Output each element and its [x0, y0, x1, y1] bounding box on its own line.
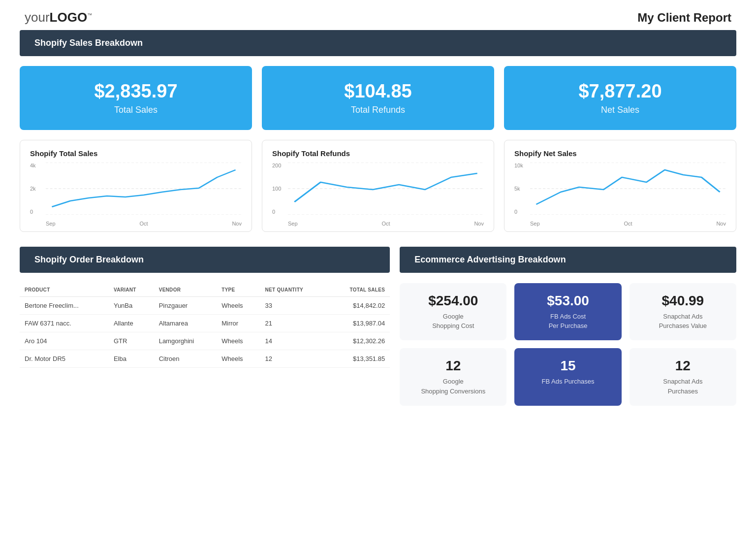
table-cell: Elba	[109, 350, 154, 368]
logo-bold: LOGO	[50, 10, 88, 25]
adv-value-3: 12	[405, 358, 502, 374]
adv-card-4: 15FB Ads Purchases	[514, 348, 621, 405]
total-refunds-label: Total Refunds	[351, 105, 405, 115]
chart-title-0: Shopify Total Sales	[30, 149, 242, 158]
adv-card-3: 12GoogleShopping Conversions	[400, 348, 506, 405]
chart-net-sales: Shopify Net Sales 10k 5k 0 Sep	[504, 140, 736, 232]
adv-value-5: 12	[634, 358, 731, 374]
table-cell: 33	[260, 297, 327, 315]
table-cell: Wheels	[217, 332, 260, 350]
adv-value-1: $53.00	[519, 293, 616, 309]
table-cell: 14	[260, 332, 327, 350]
report-title: My Client Report	[637, 11, 731, 25]
table-cell: Lamgorghini	[154, 332, 217, 350]
chart-area-1: 200 100 0 Sep Oct Nov	[272, 162, 484, 227]
chart-title-2: Shopify Net Sales	[514, 149, 726, 158]
table-cell: $14,842.02	[327, 297, 390, 315]
adv-cards-grid: $254.00GoogleShopping Cost$53.00FB Ads C…	[400, 283, 736, 406]
table-cell: 21	[260, 315, 327, 332]
col-header-vendor: Vendor	[154, 283, 217, 297]
adv-value-0: $254.00	[405, 293, 502, 309]
chart-y-labels-1: 200 100 0	[272, 162, 286, 215]
adv-section-header: Ecommerce Advertising Breakdown	[400, 247, 736, 273]
chart-x-labels-2: Sep Oct Nov	[530, 221, 726, 227]
table-cell: $12,302.26	[327, 332, 390, 350]
logo: yourLOGO™	[25, 10, 92, 25]
table-cell: YunBa	[109, 297, 154, 315]
adv-value-2: $40.99	[634, 293, 731, 309]
metric-cards-row: $2,835.97 Total Sales $104.85 Total Refu…	[20, 66, 736, 130]
adv-breakdown: $254.00GoogleShopping Cost$53.00FB Ads C…	[400, 281, 736, 406]
order-section-header: Shopify Order Breakdown	[20, 247, 390, 273]
shopify-section-header: Shopify Sales Breakdown	[20, 30, 736, 56]
chart-y-labels-2: 10k 5k 0	[514, 162, 528, 215]
table-cell: 12	[260, 350, 327, 368]
chart-svg-1	[288, 162, 484, 215]
chart-area-2: 10k 5k 0 Sep Oct Nov	[514, 162, 726, 227]
table-cell: Wheels	[217, 350, 260, 368]
table-cell: GTR	[109, 332, 154, 350]
adv-card-1: $53.00FB Ads CostPer Purchase	[514, 283, 621, 340]
logo-text: your	[25, 10, 50, 25]
adv-label-1: FB Ads CostPer Purchase	[549, 313, 588, 329]
adv-card-5: 12Snapchat AdsPurchases	[630, 348, 736, 405]
logo-tm: ™	[87, 12, 92, 18]
metric-card-total-refunds: $104.85 Total Refunds	[262, 66, 494, 130]
table-cell: FAW 6371 nacc.	[20, 315, 109, 332]
table-cell: Citroen	[154, 350, 217, 368]
col-header-qty: Net Quantity	[260, 283, 327, 297]
adv-label-2: Snapchat AdsPurchases Value	[659, 313, 707, 329]
chart-x-labels-1: Sep Oct Nov	[288, 221, 484, 227]
table-cell: Mirror	[217, 315, 260, 332]
total-sales-value: $2,835.97	[30, 81, 242, 102]
table-cell: Altamarea	[154, 315, 217, 332]
chart-y-labels-0: 4k 2k 0	[30, 162, 44, 215]
table-row: FAW 6371 nacc.AllanteAltamareaMirror21$1…	[20, 315, 390, 332]
col-header-type: Type	[217, 283, 260, 297]
chart-x-labels-0: Sep Oct Nov	[46, 221, 242, 227]
total-refunds-value: $104.85	[272, 81, 484, 102]
chart-cards-row: Shopify Total Sales 4k 2k 0 Sep	[20, 140, 736, 232]
table-cell: Wheels	[217, 297, 260, 315]
adv-label-3: GoogleShopping Conversions	[421, 378, 485, 394]
col-header-product: Product	[20, 283, 109, 297]
metric-card-total-sales: $2,835.97 Total Sales	[20, 66, 252, 130]
table-cell: $13,351.85	[327, 350, 390, 368]
table-row: Bertone Freeclim...YunBaPinzgauerWheels3…	[20, 297, 390, 315]
chart-total-refunds: Shopify Total Refunds 200 100 0 Se	[262, 140, 494, 232]
metric-card-net-sales: $7,877.20 Net Sales	[504, 66, 736, 130]
adv-value-4: 15	[519, 358, 616, 374]
table-header-row: Product Variant Vendor Type Net Quantity…	[20, 283, 390, 297]
table-row: Dr. Motor DR5ElbaCitroenWheels12$13,351.…	[20, 350, 390, 368]
total-sales-label: Total Sales	[114, 105, 158, 115]
chart-svg-0	[46, 162, 242, 215]
table-cell: Dr. Motor DR5	[20, 350, 109, 368]
chart-svg-2	[530, 162, 726, 215]
chart-total-sales: Shopify Total Sales 4k 2k 0 Sep	[20, 140, 252, 232]
net-sales-label: Net Sales	[601, 105, 639, 115]
table-cell: Allante	[109, 315, 154, 332]
col-header-variant: Variant	[109, 283, 154, 297]
header: yourLOGO™ My Client Report	[0, 0, 756, 30]
adv-label-0: GoogleShopping Cost	[432, 313, 474, 329]
col-header-sales: Total Sales	[327, 283, 390, 297]
adv-label-5: Snapchat AdsPurchases	[663, 378, 702, 394]
chart-title-1: Shopify Total Refunds	[272, 149, 484, 158]
chart-area-0: 4k 2k 0 Sep Oct Nov	[30, 162, 242, 227]
table-row: Aro 104GTRLamgorghiniWheels14$12,302.26	[20, 332, 390, 350]
table-cell: Aro 104	[20, 332, 109, 350]
table-cell: $13,987.04	[327, 315, 390, 332]
net-sales-value: $7,877.20	[514, 81, 726, 102]
adv-card-2: $40.99Snapchat AdsPurchases Value	[630, 283, 736, 340]
adv-label-4: FB Ads Purchases	[542, 378, 595, 385]
adv-card-0: $254.00GoogleShopping Cost	[400, 283, 506, 340]
order-breakdown: Product Variant Vendor Type Net Quantity…	[20, 281, 390, 406]
bottom-section: Product Variant Vendor Type Net Quantity…	[20, 281, 736, 406]
table-cell: Bertone Freeclim...	[20, 297, 109, 315]
order-table: Product Variant Vendor Type Net Quantity…	[20, 283, 390, 368]
table-cell: Pinzgauer	[154, 297, 217, 315]
